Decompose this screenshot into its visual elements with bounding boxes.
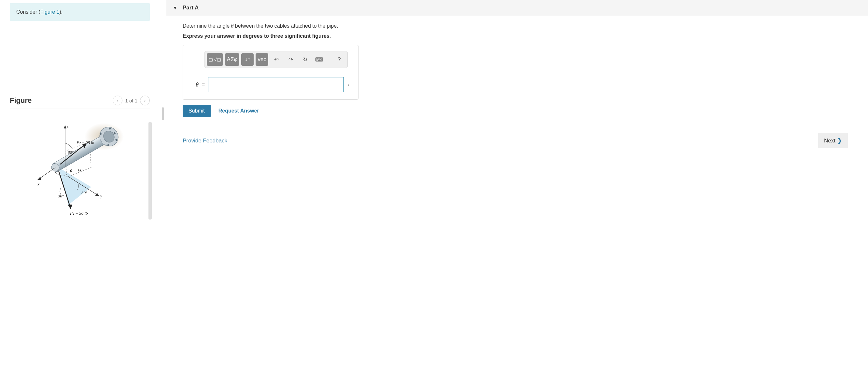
question-instruction: Express your answer in degrees to three …: [183, 33, 852, 39]
unit-label: ∘: [347, 82, 352, 87]
chevron-right-icon: ❯: [837, 137, 842, 144]
figure-nav-label: 1 of 1: [125, 98, 137, 103]
greek-button[interactable]: ΑΣφ: [225, 53, 240, 66]
angle-60b-label: 60°: [78, 168, 84, 172]
angle-30a-label: 30°: [81, 190, 87, 195]
axis-y-label: y: [100, 194, 102, 198]
consider-prefix: Consider (: [16, 9, 40, 14]
undo-button[interactable]: ↶: [270, 53, 283, 66]
variable-label: θ: [189, 81, 198, 88]
next-label: Next: [824, 138, 835, 144]
part-title: Part A: [183, 5, 198, 11]
figure-title: Figure: [10, 96, 32, 105]
templates-button[interactable]: ▢ √▢: [207, 53, 223, 66]
question-text: Determine the angle θ between the two ca…: [183, 22, 852, 30]
panel-divider[interactable]: [163, 0, 163, 227]
request-answer-link[interactable]: Request Answer: [218, 108, 259, 114]
scinot-button[interactable]: ↓↑: [241, 53, 254, 66]
svg-marker-20: [68, 205, 72, 209]
answer-box: ▢ √▢ ΑΣφ ↓↑ vec ↶ ↷ ↻ ⌨ ? θ = ∘: [183, 45, 359, 100]
equals-sign: =: [202, 81, 205, 88]
reset-button[interactable]: ↻: [299, 53, 311, 66]
chevron-right-icon: ›: [144, 98, 146, 103]
axis-z-label: z: [66, 124, 68, 129]
next-button[interactable]: Next ❯: [818, 133, 848, 148]
caret-down-icon: ▼: [173, 5, 178, 10]
templates-icon: ▢ √▢: [209, 57, 221, 62]
consider-suffix: ).: [60, 9, 63, 14]
help-button[interactable]: ?: [333, 53, 345, 66]
axis-x-label: x: [37, 181, 39, 186]
angle-60a-label: 60°: [68, 150, 73, 155]
keyboard-button[interactable]: ⌨: [313, 53, 326, 66]
submit-button[interactable]: Submit: [183, 105, 211, 117]
redo-icon: ↷: [288, 56, 293, 63]
svg-line-13: [39, 168, 55, 179]
answer-input[interactable]: [208, 77, 344, 92]
consider-box: Consider (Figure 1).: [10, 3, 150, 21]
force-f2-label: F₂ = 25 lb: [76, 140, 94, 145]
vec-button[interactable]: vec: [255, 53, 268, 66]
keyboard-icon: ⌨: [315, 56, 323, 63]
svg-marker-12: [64, 125, 66, 129]
provide-feedback-link[interactable]: Provide Feedback: [183, 138, 227, 144]
figure-link[interactable]: Figure 1: [40, 9, 60, 14]
figure-image: z x y F₂ = 25 lb F₁ = 30 lb 60° 60° 30° …: [10, 122, 150, 224]
angle-30b-label: 30°: [58, 194, 64, 198]
undo-icon: ↶: [274, 56, 279, 63]
figure-prev-button[interactable]: ‹: [113, 96, 122, 105]
chevron-left-icon: ‹: [117, 98, 119, 103]
redo-button[interactable]: ↷: [284, 53, 297, 66]
reset-icon: ↻: [303, 56, 307, 63]
figure-next-button[interactable]: ›: [140, 96, 150, 105]
svg-marker-16: [95, 193, 99, 196]
angle-theta-label: θ: [70, 168, 72, 173]
equation-toolbar: ▢ √▢ ΑΣφ ↓↑ vec ↶ ↷ ↻ ⌨ ?: [205, 51, 348, 68]
part-header[interactable]: ▼ Part A: [166, 0, 868, 15]
force-f1-label: F₁ = 30 lb: [70, 211, 88, 216]
figure-scrollbar[interactable]: [149, 122, 152, 219]
svg-marker-14: [37, 177, 41, 180]
